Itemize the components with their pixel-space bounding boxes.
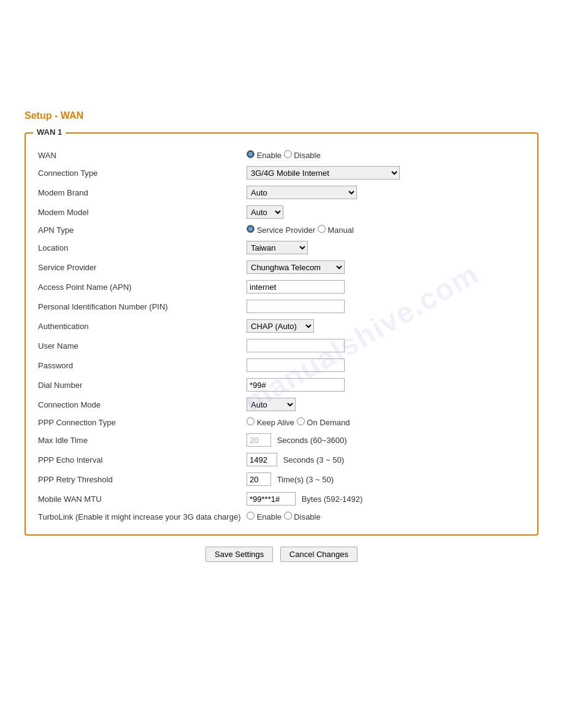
turbolink-cell: Enable Disable	[244, 509, 527, 525]
wan-label: WAN	[36, 147, 244, 163]
turbolink-disable-label[interactable]: Disable	[284, 512, 321, 521]
row-ppp-echo-interval: PPP Echo Interval Seconds (3 ~ 50)	[36, 450, 527, 469]
wan-disable-radio[interactable]	[284, 150, 292, 158]
apn-cell	[244, 277, 527, 297]
row-apn-type: APN Type Service Provider Manual	[36, 222, 527, 238]
auth-select[interactable]: CHAP (Auto)	[247, 319, 314, 333]
connection-mode-cell: Auto	[244, 395, 527, 414]
apn-input[interactable]	[247, 280, 345, 294]
ppp-echo-interval-cell: Seconds (3 ~ 50)	[244, 450, 527, 469]
max-idle-time-cell: Seconds (60~3600)	[244, 430, 527, 450]
modem-brand-select[interactable]: Auto	[247, 186, 357, 199]
row-dial-number: Dial Number	[36, 375, 527, 395]
username-label: User Name	[36, 336, 244, 355]
turbolink-disable-text: Disable	[294, 512, 320, 521]
wan-enable-text: Enable	[257, 151, 282, 160]
turbolink-enable-label[interactable]: Enable	[247, 512, 284, 521]
turbolink-disable-radio[interactable]	[284, 512, 292, 520]
save-settings-button[interactable]: Save Settings	[205, 547, 273, 562]
dial-number-cell	[244, 375, 527, 395]
modem-model-label: Modem Model	[36, 202, 244, 222]
ppp-retry-threshold-input[interactable]	[247, 472, 271, 486]
wan-enable-radio[interactable]	[247, 150, 255, 158]
pin-cell	[244, 297, 527, 316]
location-cell: Taiwan	[244, 238, 527, 257]
password-cell	[244, 355, 527, 375]
wan-box-title: WAN 1	[33, 127, 66, 137]
pin-input[interactable]	[247, 300, 345, 313]
connection-type-label: Connection Type	[36, 163, 244, 183]
ppp-retry-threshold-unit: Time(s) (3 ~ 50)	[277, 475, 334, 484]
turbolink-label: TurboLink (Enable it might increase your…	[36, 509, 244, 525]
connection-type-select[interactable]: 3G/4G Mobile Internet	[247, 166, 400, 180]
ppp-echo-interval-label: PPP Echo Interval	[36, 450, 244, 469]
ppp-retry-threshold-label: PPP Retry Threshold	[36, 469, 244, 489]
apn-service-provider-radio[interactable]	[247, 225, 255, 233]
row-location: Location Taiwan	[36, 238, 527, 257]
wan-box: WAN 1 manualshive.com WAN Enable Disable	[25, 132, 538, 536]
row-ppp-retry-threshold: PPP Retry Threshold Time(s) (3 ~ 50)	[36, 469, 527, 489]
apn-type-cell: Service Provider Manual	[244, 222, 527, 238]
wan-disable-label[interactable]: Disable	[284, 151, 321, 160]
ppp-connection-type-cell: Keep Alive On Demand	[244, 414, 527, 430]
ppp-keep-alive-radio[interactable]	[247, 417, 255, 425]
mobile-wan-mtu-label: Mobile WAN MTU	[36, 489, 244, 509]
auth-label: Authentication	[36, 316, 244, 336]
password-label: Password	[36, 355, 244, 375]
ppp-on-demand-text: On Demand	[307, 418, 350, 427]
ppp-connection-type-label: PPP Connection Type	[36, 414, 244, 430]
row-turbolink: TurboLink (Enable it might increase your…	[36, 509, 527, 525]
page-wrapper: Setup - WAN WAN 1 manualshive.com WAN En…	[0, 0, 563, 728]
row-pin: Personal Identification Number (PIN)	[36, 297, 527, 316]
row-service-provider: Service Provider Chunghwa Telecom	[36, 257, 527, 277]
max-idle-time-unit: Seconds (60~3600)	[277, 436, 347, 445]
row-password: Password	[36, 355, 527, 375]
password-input[interactable]	[247, 358, 345, 372]
service-provider-select[interactable]: Chunghwa Telecom	[247, 260, 345, 274]
row-connection-mode: Connection Mode Auto	[36, 395, 527, 414]
apn-type-label: APN Type	[36, 222, 244, 238]
turbolink-enable-radio[interactable]	[247, 512, 255, 520]
page-title: Setup - WAN	[25, 110, 538, 121]
row-modem-model: Modem Model Auto	[36, 202, 527, 222]
service-provider-cell: Chunghwa Telecom	[244, 257, 527, 277]
dial-number-input[interactable]	[247, 378, 345, 392]
apn-label: Access Point Name (APN)	[36, 277, 244, 297]
apn-manual-radio[interactable]	[318, 225, 326, 233]
ppp-retry-threshold-cell: Time(s) (3 ~ 50)	[244, 469, 527, 489]
modem-model-cell: Auto	[244, 202, 527, 222]
modem-model-select[interactable]: Auto	[247, 205, 283, 219]
row-modem-brand: Modem Brand Auto	[36, 183, 527, 202]
apn-service-provider-label[interactable]: Service Provider	[247, 226, 318, 235]
connection-mode-label: Connection Mode	[36, 395, 244, 414]
row-wan: WAN Enable Disable	[36, 147, 527, 163]
wan-radio-group: Enable Disable	[244, 147, 527, 163]
ppp-keep-alive-label[interactable]: Keep Alive	[247, 418, 297, 427]
row-connection-type: Connection Type 3G/4G Mobile Internet	[36, 163, 527, 183]
max-idle-time-input[interactable]	[247, 433, 271, 447]
button-row: Save Settings Cancel Changes	[25, 547, 538, 562]
username-input[interactable]	[247, 339, 345, 352]
mobile-wan-mtu-input[interactable]	[247, 492, 296, 506]
connection-mode-select[interactable]: Auto	[247, 398, 296, 411]
turbolink-enable-text: Enable	[257, 512, 282, 521]
wan-disable-text: Disable	[294, 151, 320, 160]
auth-cell: CHAP (Auto)	[244, 316, 527, 336]
pin-label: Personal Identification Number (PIN)	[36, 297, 244, 316]
apn-service-provider-text: Service Provider	[257, 226, 315, 235]
username-cell	[244, 336, 527, 355]
ppp-on-demand-radio[interactable]	[297, 417, 305, 425]
mobile-wan-mtu-cell: Bytes (592-1492)	[244, 489, 527, 509]
ppp-keep-alive-text: Keep Alive	[257, 418, 294, 427]
mobile-wan-mtu-unit: Bytes (592-1492)	[302, 495, 363, 504]
row-apn: Access Point Name (APN)	[36, 277, 527, 297]
location-select[interactable]: Taiwan	[247, 241, 308, 254]
apn-manual-label[interactable]: Manual	[318, 226, 354, 235]
service-provider-label: Service Provider	[36, 257, 244, 277]
apn-manual-text: Manual	[327, 226, 354, 235]
cancel-changes-button[interactable]: Cancel Changes	[280, 547, 358, 562]
ppp-on-demand-label[interactable]: On Demand	[297, 418, 350, 427]
ppp-echo-interval-input[interactable]	[247, 453, 277, 466]
wan-enable-label[interactable]: Enable	[247, 151, 284, 160]
row-username: User Name	[36, 336, 527, 355]
